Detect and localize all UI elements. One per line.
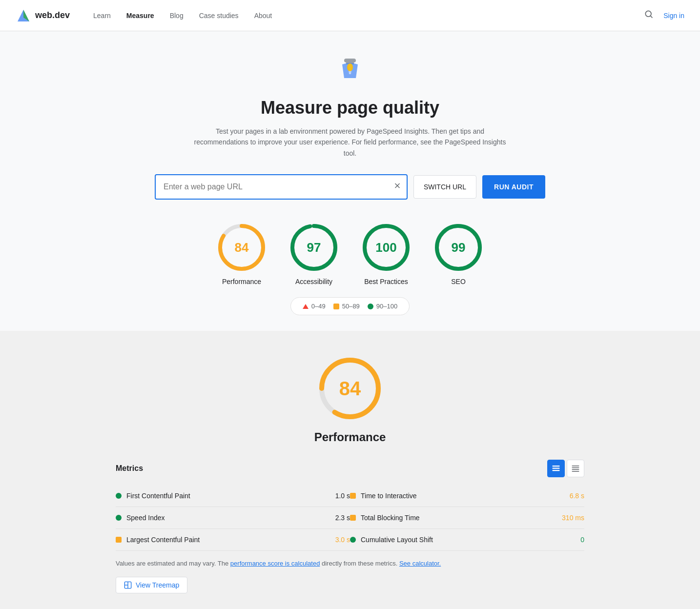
svg-line-3 (651, 16, 653, 18)
nav-case-studies[interactable]: Case studies (199, 12, 239, 20)
metric-row: Time to Interactive 6.8 s (350, 485, 584, 507)
score-number: 100 (375, 240, 396, 255)
switch-url-button[interactable]: SWITCH URL (413, 175, 476, 199)
treemap-icon (124, 581, 132, 589)
legend-item-average: 50–89 (333, 303, 360, 310)
score-item-seo: 99 SEO (434, 223, 483, 285)
metric-dot (116, 537, 122, 543)
view-compact-button[interactable] (567, 460, 584, 477)
logo-icon (16, 8, 31, 23)
metric-row: Total Blocking Time 310 ms (350, 507, 584, 529)
svg-point-2 (646, 11, 652, 17)
scores-grid: 84 Performance 97 Accessibility 100 Best… (8, 223, 692, 285)
score-item-performance: 84 Performance (217, 223, 266, 285)
legend-item-pass: 90–100 (368, 303, 397, 310)
sign-in-button[interactable]: Sign in (663, 12, 684, 20)
nav-about[interactable]: About (254, 12, 272, 20)
legend-item-fail: 0–49 (303, 303, 326, 310)
perf-score-link[interactable]: performance score is calculated (230, 560, 320, 567)
metric-row: First Contentful Paint 1.0 s (116, 485, 350, 507)
performance-detail: 84 Performance Metrics (0, 331, 700, 609)
score-number: 97 (307, 240, 321, 255)
svg-rect-4 (344, 59, 356, 62)
score-circle: 99 (434, 223, 483, 272)
legend-fail-range: 0–49 (311, 303, 326, 310)
svg-rect-24 (572, 469, 579, 470)
metric-value: 3.0 s (335, 536, 350, 544)
score-label: SEO (434, 278, 483, 285)
pass-icon (368, 304, 373, 309)
compact-view-icon (571, 464, 580, 473)
metric-name: Total Blocking Time (361, 514, 557, 522)
metric-value: 0 (580, 536, 584, 544)
view-expanded-button[interactable] (547, 460, 565, 477)
score-item-best-practices: 100 Best Practices (362, 223, 411, 285)
score-item-accessibility: 97 Accessibility (289, 223, 338, 285)
score-circle: 100 (362, 223, 411, 272)
lighthouse-icon (334, 55, 366, 86)
metric-dot (116, 515, 122, 521)
url-bar: SWITCH URL RUN AUDIT (155, 174, 545, 200)
svg-point-6 (347, 63, 353, 71)
search-icon (644, 9, 654, 19)
metrics-section: Metrics First Contentful Paint 1.0 s (116, 460, 584, 593)
svg-rect-20 (553, 468, 560, 469)
url-input[interactable] (156, 175, 407, 199)
hero-description: Test your pages in a lab environment pow… (189, 126, 511, 159)
fail-icon (303, 304, 309, 309)
legend-pass-range: 90–100 (376, 303, 397, 310)
logo-text: web.dev (35, 10, 70, 20)
nav-blog[interactable]: Blog (170, 12, 184, 20)
treemap-label: View Treemap (136, 581, 179, 589)
metric-name: First Contentful Paint (126, 492, 330, 500)
expanded-view-icon (552, 464, 560, 473)
perf-score-wrapper: 84 Performance (8, 354, 692, 444)
nav-measure[interactable]: Measure (126, 12, 154, 20)
close-icon (393, 182, 402, 190)
metric-value: 1.0 s (335, 492, 350, 500)
metric-value: 6.8 s (570, 492, 584, 500)
score-circle: 84 (217, 223, 266, 272)
metrics-note-mid: directly from these metrics. (322, 560, 399, 567)
nav-links: Learn Measure Blog Case studies About (93, 11, 272, 20)
metrics-view-toggle (547, 460, 584, 477)
metric-value: 2.3 s (335, 514, 350, 522)
perf-score-number: 84 (339, 378, 361, 400)
score-number: 99 (452, 240, 466, 255)
metric-dot (350, 515, 356, 521)
svg-rect-25 (572, 471, 579, 472)
svg-rect-19 (553, 466, 560, 467)
calculator-link[interactable]: See calculator. (399, 560, 441, 567)
search-button[interactable] (642, 7, 656, 23)
metric-row: Cumulative Layout Shift 0 (350, 529, 584, 551)
nav-learn[interactable]: Learn (93, 12, 111, 20)
score-label: Performance (217, 278, 266, 285)
score-label: Accessibility (289, 278, 338, 285)
svg-rect-21 (553, 470, 560, 471)
metrics-note-text: Values are estimated and may vary. The (116, 560, 230, 567)
score-legend: 0–49 50–89 90–100 (290, 297, 410, 315)
metrics-title: Metrics (116, 464, 143, 473)
run-audit-button[interactable]: RUN AUDIT (482, 175, 545, 199)
metrics-note: Values are estimated and may vary. The p… (116, 559, 584, 569)
metric-name: Speed Index (126, 514, 330, 522)
metrics-grid: First Contentful Paint 1.0 s Speed Index… (116, 485, 584, 551)
metric-dot (116, 493, 122, 499)
perf-title: Performance (8, 430, 692, 444)
metric-value: 310 ms (562, 514, 584, 522)
metric-name: Cumulative Layout Shift (361, 536, 576, 544)
hero-title: Measure page quality (8, 98, 692, 118)
perf-score-circle: 84 (316, 354, 384, 423)
average-icon (333, 304, 339, 309)
metric-name: Largest Contentful Paint (126, 536, 330, 544)
score-circle: 97 (289, 223, 338, 272)
view-treemap-button[interactable]: View Treemap (116, 577, 187, 593)
metric-dot (350, 493, 356, 499)
logo[interactable]: web.dev (16, 8, 70, 23)
legend-average-range: 50–89 (342, 303, 360, 310)
metric-row: Largest Contentful Paint 3.0 s (116, 529, 350, 551)
svg-rect-23 (572, 467, 579, 468)
metrics-header: Metrics (116, 460, 584, 477)
score-label: Best Practices (362, 278, 411, 285)
url-clear-button[interactable] (393, 182, 402, 193)
